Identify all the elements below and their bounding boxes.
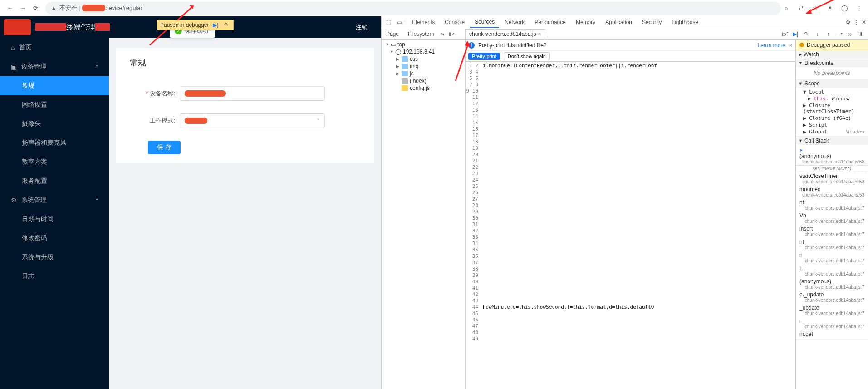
device-toolbar-icon[interactable]: ▭ [394, 19, 404, 25]
sidebar-item-password[interactable]: 修改密码 [0, 229, 109, 248]
callstack-section[interactable]: ▼Call Stack [796, 137, 868, 145]
pretty-print-button[interactable]: Pretty-print [468, 53, 500, 60]
pause-exceptions-icon[interactable]: ⏸ [856, 31, 865, 37]
back-button[interactable]: ← [4, 2, 16, 15]
tree-css[interactable]: ▶ css [382, 55, 465, 63]
callstack-frame[interactable]: rchunk-vendors.edb14aba.js:7 [796, 317, 868, 330]
callstack-frame[interactable]: Echunk-vendors.edb14aba.js:7 [796, 264, 868, 277]
callstack-frame[interactable]: e._updatechunk-vendors.edb14aba.js:7 [796, 291, 868, 304]
step-out-icon[interactable]: ↑ [824, 31, 833, 37]
sidebar-item-upgrade[interactable]: 系统与升级 [0, 248, 109, 267]
step-into-icon[interactable]: ↓ [813, 31, 822, 37]
tree-js[interactable]: ▶ js [382, 70, 465, 77]
tree-index[interactable]: (index) [382, 77, 465, 84]
tab-performance[interactable]: Performance [530, 16, 570, 28]
tree-top[interactable]: ▼▭ top [382, 41, 465, 48]
tab-elements[interactable]: Elements [407, 16, 439, 28]
debugger-paused-banner: Debugger paused [796, 40, 868, 50]
sidebar-toggle-icon[interactable]: ⫿◁ [447, 31, 456, 37]
tab-network[interactable]: Network [500, 16, 529, 28]
scope-closure2[interactable]: ▶ Closure (f64c) [796, 115, 868, 122]
sidebar-item-datetime[interactable]: 日期与时间 [0, 210, 109, 229]
close-devtools-icon[interactable]: ✕ [862, 19, 866, 25]
scope-this[interactable]: ▶ this: Window [796, 95, 868, 102]
resume-icon[interactable]: ▶| [791, 31, 800, 37]
learn-more-link[interactable]: Learn more [758, 42, 785, 49]
sources-filesystem-tab[interactable]: Filesystem [403, 28, 438, 39]
sidebar-item-regular[interactable]: 常规 [0, 76, 109, 95]
logout-link[interactable]: 注销 [356, 23, 368, 31]
sidebar-item-audio[interactable]: 扬声器和麦克风 [0, 133, 109, 153]
tab-sources[interactable]: Sources [470, 16, 499, 28]
sidebar-item-system-mgmt[interactable]: ⚙系统管理˄ [0, 191, 109, 210]
callstack-frame[interactable]: _updatechunk-vendors.edb14aba.js:7 [796, 304, 868, 317]
work-mode-select[interactable]: ˅ [180, 113, 325, 128]
key-icon[interactable]: ⌕ [781, 5, 792, 11]
step-over-icon[interactable]: ↷ [802, 31, 811, 37]
close-file-icon[interactable]: × [538, 31, 541, 37]
save-button[interactable]: 保 存 [148, 141, 181, 154]
content-area: 常规 *设备名称: 工作模式: ˅ 保 存 [109, 16, 381, 389]
scope-section[interactable]: ▼Scope [796, 79, 868, 88]
reload-button[interactable]: ⟳ [29, 2, 42, 15]
tab-memory[interactable]: Memory [571, 16, 600, 28]
scope-script[interactable]: ▶ Script [796, 122, 868, 128]
more-icon[interactable]: ⋮ [853, 19, 859, 25]
watch-section[interactable]: ▶Watch [796, 50, 868, 59]
callstack-frame[interactable]: (anonymous)chunk-vendors.edb14aba.js:53 [796, 146, 868, 165]
profile-icon[interactable]: ◯ [839, 5, 850, 11]
star-icon[interactable]: ☆ [810, 5, 821, 11]
callstack-frame[interactable]: insertchunk-vendors.edb14aba.js:7 [796, 225, 868, 238]
scope-local[interactable]: ▼ Local [796, 89, 868, 95]
sidebar-right-toggle-icon[interactable]: ▷⫿ [780, 31, 791, 37]
callstack-frame[interactable]: ntchunk-vendors.edb14aba.js:7 [796, 238, 868, 251]
step-icon[interactable]: →• [834, 31, 843, 37]
sidebar-item-classroom[interactable]: 教室方案 [0, 153, 109, 172]
sidebar-item-network[interactable]: 网络设置 [0, 95, 109, 114]
debugger-resume-icon[interactable]: ▶| [211, 21, 220, 29]
scope-global[interactable]: ▶ GlobalWindow [796, 128, 868, 135]
translate-icon[interactable]: ⇄ [795, 5, 806, 11]
callstack-frame[interactable]: (anonymous)chunk-vendors.edb14aba.js:7 [796, 277, 868, 291]
menu-icon[interactable]: ⋮ [853, 5, 864, 11]
scope-closure1[interactable]: ▶ Closure (startCloseTimer) [796, 102, 868, 115]
dont-show-button[interactable]: Don't show again [504, 52, 550, 60]
paused-in-debugger-badge: Paused in debugger ▶| ↷ [157, 20, 234, 30]
tab-lighthouse[interactable]: Lighthouse [667, 16, 703, 28]
open-file-tab[interactable]: chunk-vendors.edb14aba.js × [465, 29, 545, 39]
more-tabs-icon[interactable]: » [438, 31, 447, 37]
url-host: xx [82, 5, 105, 11]
sidebar-item-home[interactable]: ⌂首页 [0, 38, 109, 57]
tree-config[interactable]: config.js [382, 84, 465, 92]
tab-console[interactable]: Console [440, 16, 469, 28]
sidebar-item-camera[interactable]: 摄像头 [0, 114, 109, 133]
settings-icon[interactable]: ⚙ [846, 19, 851, 25]
callstack-frame[interactable]: nchunk-vendors.edb14aba.js:7 [796, 251, 868, 264]
callstack-frame[interactable]: startCloseTimerchunk-vendors.edb14aba.js… [796, 172, 868, 185]
callstack-frame[interactable]: nr.get [796, 330, 868, 338]
tree-img[interactable]: ▶ img [382, 63, 465, 70]
insecure-label: 不安全 [59, 4, 77, 12]
forward-button[interactable]: → [16, 2, 29, 15]
deactivate-breakpoints-icon[interactable]: ⦸ [845, 31, 854, 37]
callstack-frame[interactable]: mountedchunk-vendors.edb14aba.js:53 [796, 185, 868, 198]
breakpoints-section[interactable]: ▼Breakpoints [796, 59, 868, 67]
sources-page-tab[interactable]: Page [382, 28, 403, 39]
callstack-frame[interactable]: Vnchunk-vendors.edb14aba.js:7 [796, 212, 868, 225]
sidebar-item-log[interactable]: 日志 [0, 267, 109, 286]
sidebar-item-device-mgmt[interactable]: ▣设备管理˄ [0, 57, 109, 76]
debugger-step-icon[interactable]: ↷ [222, 21, 230, 29]
code-content[interactable]: i.monthCellContentRender,l=this.renderFo… [481, 62, 795, 389]
device-name-input[interactable] [180, 86, 325, 101]
tab-security[interactable]: Security [638, 16, 666, 28]
extensions-icon[interactable]: ✦ [824, 5, 835, 11]
inspect-icon[interactable]: ⬚ [383, 19, 393, 25]
close-banner-icon[interactable]: × [789, 42, 792, 49]
address-bar[interactable]: ▲ 不安全 | xx device/regular [45, 2, 781, 15]
page-title: 常规 [130, 57, 360, 68]
sidebar-item-service[interactable]: 服务配置 [0, 172, 109, 191]
device-icon: ▣ [11, 63, 17, 70]
tree-host[interactable]: ▼◯ 192.168.3.41 [382, 48, 465, 55]
tab-application[interactable]: Application [601, 16, 637, 28]
callstack-frame[interactable]: ntchunk-vendors.edb14aba.js:7 [796, 198, 868, 212]
